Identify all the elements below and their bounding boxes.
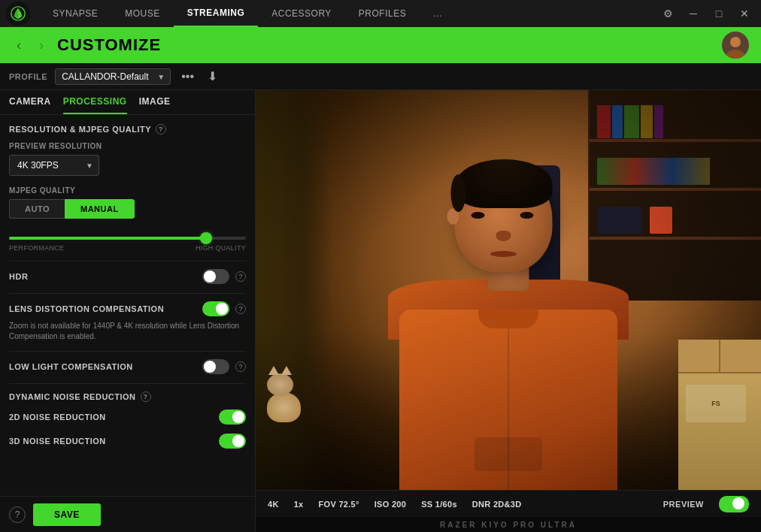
right-panel: FS 4K 1x FOV 72.5° ISO 200 [256, 90, 761, 532]
profile-row: PROFILE CALLANDOR-Default ▼ ••• ⬇ [0, 63, 761, 90]
lens-distortion-label: LENS DISTORTION COMPENSATION [9, 304, 196, 313]
performance-label: PERFORMANCE [9, 244, 64, 252]
divider-4 [9, 383, 246, 384]
person-body [399, 310, 617, 490]
tab-more[interactable]: ... [420, 0, 456, 27]
tab-mouse[interactable]: MOUSE [111, 0, 174, 27]
maximize-button[interactable]: □ [708, 3, 729, 24]
quality-slider-wrapper: PERFORMANCE HIGH QUALITY [9, 229, 246, 252]
mjpeg-quality-label: MJPEG QUALITY [9, 186, 246, 195]
tab-image[interactable]: IMAGE [139, 96, 171, 114]
tab-camera[interactable]: CAMERA [9, 96, 51, 114]
titlebar: SYNAPSE MOUSE STREAMING ACCESSORY PROFIL… [0, 0, 761, 27]
book-2 [612, 105, 623, 138]
profile-download-button[interactable]: ⬇ [205, 68, 220, 85]
resolution-section-header: RESOLUTION & MJPEG QUALITY ? [9, 124, 246, 135]
lens-distortion-row: LENS DISTORTION COMPENSATION ? [9, 301, 246, 316]
hdr-label: HDR [9, 272, 196, 281]
cardboard-box: FS [678, 340, 761, 490]
preview-toggle-knob [732, 497, 744, 509]
profile-label: PROFILE [9, 72, 47, 81]
save-button[interactable]: SAVE [33, 503, 101, 526]
lens-distortion-help-icon[interactable]: ? [235, 304, 246, 314]
settings-icon[interactable]: ⚙ [657, 3, 678, 24]
profile-more-button[interactable]: ••• [178, 68, 197, 85]
close-button[interactable]: ✕ [734, 3, 755, 24]
shelf-1 [590, 139, 761, 142]
preview-resolution-wrapper: 4K 30FPS 1080P 60FPS 1080P 30FPS 720P 60… [9, 155, 99, 176]
cat-ear-left [268, 366, 279, 375]
page-title: CUSTOMIZE [57, 35, 161, 55]
quality-slider[interactable] [9, 237, 246, 240]
bookshelf-bg [588, 90, 761, 301]
slider-labels: PERFORMANCE HIGH QUALITY [9, 244, 246, 252]
resolution-help-icon[interactable]: ? [156, 124, 166, 135]
lens-distortion-toggle[interactable] [202, 301, 229, 316]
tab-profiles[interactable]: PROFILES [345, 0, 420, 27]
mouth [490, 251, 517, 257]
noise-3d-toggle[interactable] [219, 434, 246, 449]
shelf-2 [590, 188, 761, 191]
profile-dropdown[interactable]: CALLANDOR-Default [55, 68, 171, 85]
preview-resolution-dropdown[interactable]: 4K 30FPS 1080P 60FPS 1080P 30FPS 720P 60… [9, 155, 99, 176]
person-head [455, 167, 553, 272]
auto-button[interactable]: AUTO [9, 199, 65, 219]
noise-2d-toggle[interactable] [219, 410, 246, 425]
user-avatar[interactable] [722, 32, 749, 59]
cat-head [267, 373, 293, 396]
hdr-row: HDR ? [9, 269, 246, 284]
noise-2d-toggle-knob [232, 411, 244, 423]
hair-top [456, 159, 553, 208]
book-4 [641, 105, 653, 138]
help-button[interactable]: ? [9, 506, 26, 523]
forward-button[interactable]: › [35, 36, 48, 55]
preview-label: PREVIEW [663, 500, 704, 509]
left-panel: CAMERA PROCESSING IMAGE RESOLUTION & MJP… [0, 90, 256, 532]
right-eye [520, 212, 534, 219]
fov-value: FOV 72.5° [319, 500, 359, 509]
header-bar: ‹ › CUSTOMIZE [0, 27, 761, 63]
status-dnr: DNR 2D&3D [472, 500, 522, 509]
ss-value: SS 1/60s [421, 500, 457, 509]
shelf3-item2 [650, 207, 672, 234]
lens-distortion-info: Zoom is not available for 1440P & 4K res… [9, 321, 246, 342]
low-light-toggle-knob [204, 361, 216, 373]
tab-synapse[interactable]: SYNAPSE [39, 0, 111, 27]
dnr-value: DNR 2D&3D [472, 500, 522, 509]
noise-3d-label: 3D NOISE REDUCTION [9, 437, 213, 446]
low-light-label: LOW LIGHT COMPENSATION [9, 362, 196, 371]
svg-point-2 [730, 37, 741, 47]
hdr-toggle[interactable] [202, 269, 229, 284]
tab-processing[interactable]: PROCESSING [63, 96, 127, 114]
noise-reduction-header: DYNAMIC NOISE REDUCTION ? [9, 391, 246, 402]
box-label: FS [686, 385, 746, 422]
hdr-toggle-knob [204, 271, 216, 283]
divider-2 [9, 293, 246, 294]
cat-body [267, 392, 301, 422]
manual-button[interactable]: MANUAL [65, 199, 135, 219]
status-bar: 4K 1x FOV 72.5° ISO 200 SS 1/60s DNR 2D&… [256, 490, 761, 517]
noise-2d-label: 2D NOISE REDUCTION [9, 413, 213, 422]
noise-2d-row: 2D NOISE REDUCTION [9, 410, 246, 425]
preview-toggle[interactable] [719, 496, 749, 512]
box-tape [719, 340, 720, 373]
main-content: CAMERA PROCESSING IMAGE RESOLUTION & MJP… [0, 90, 761, 532]
divider-3 [9, 351, 246, 352]
hdr-help-icon[interactable]: ? [235, 271, 246, 282]
back-button[interactable]: ‹ [12, 36, 26, 55]
shelf-3 [590, 237, 761, 240]
profile-select-wrapper: CALLANDOR-Default ▼ [55, 68, 171, 85]
minimize-button[interactable]: ─ [683, 3, 704, 24]
book-row-2 [597, 158, 710, 185]
low-light-toggle[interactable] [202, 359, 229, 374]
status-resolution: 4K [268, 500, 279, 509]
status-ss: SS 1/60s [421, 500, 457, 509]
mjpeg-quality-toggle-group: AUTO MANUAL [9, 199, 246, 219]
iso-value: ISO 200 [374, 500, 406, 509]
lens-distortion-toggle-knob [216, 303, 228, 315]
tab-streaming[interactable]: STREAMING [174, 0, 259, 27]
low-light-help-icon[interactable]: ? [235, 361, 246, 372]
tab-accessory[interactable]: ACCESSORY [258, 0, 345, 27]
noise-help-icon[interactable]: ? [141, 391, 151, 402]
camera-preview: FS [256, 90, 761, 490]
